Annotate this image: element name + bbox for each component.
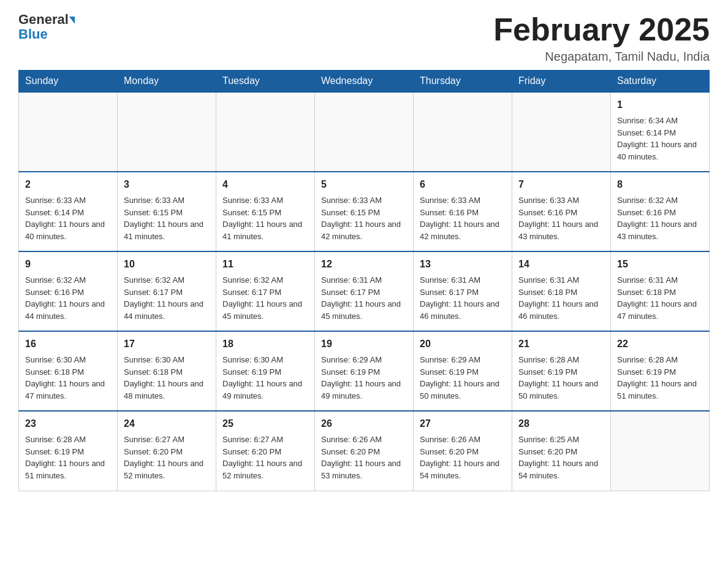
header-wednesday: Wednesday [315, 71, 414, 93]
header-sunday: Sunday [19, 71, 118, 93]
calendar-table: Sunday Monday Tuesday Wednesday Thursday… [18, 70, 710, 491]
calendar-week-row: 23Sunrise: 6:28 AMSunset: 6:19 PMDayligh… [19, 411, 710, 491]
day-number: 1 [617, 98, 703, 112]
calendar-cell: 13Sunrise: 6:31 AMSunset: 6:17 PMDayligh… [414, 251, 512, 331]
day-info: Sunrise: 6:31 AMSunset: 6:18 PMDaylight:… [518, 274, 604, 322]
header-saturday: Saturday [611, 71, 710, 93]
calendar-cell: 27Sunrise: 6:26 AMSunset: 6:20 PMDayligh… [414, 411, 512, 491]
day-info: Sunrise: 6:30 AMSunset: 6:19 PMDaylight:… [222, 354, 308, 402]
day-info: Sunrise: 6:29 AMSunset: 6:19 PMDaylight:… [420, 354, 506, 402]
calendar-cell: 5Sunrise: 6:33 AMSunset: 6:15 PMDaylight… [315, 172, 414, 251]
day-number: 7 [518, 177, 604, 192]
day-info: Sunrise: 6:32 AMSunset: 6:17 PMDaylight:… [222, 274, 308, 322]
day-number: 11 [222, 257, 308, 272]
day-number: 23 [25, 416, 111, 431]
day-info: Sunrise: 6:28 AMSunset: 6:19 PMDaylight:… [617, 354, 703, 402]
header-monday: Monday [118, 71, 216, 93]
day-number: 9 [25, 257, 111, 272]
calendar-cell: 25Sunrise: 6:27 AMSunset: 6:20 PMDayligh… [216, 411, 315, 491]
day-number: 4 [222, 177, 308, 192]
day-number: 10 [124, 257, 210, 272]
header-tuesday: Tuesday [216, 71, 315, 93]
calendar-cell [414, 92, 512, 172]
logo-blue: Blue [18, 27, 48, 42]
calendar-week-row: 2Sunrise: 6:33 AMSunset: 6:14 PMDaylight… [19, 172, 710, 251]
day-number: 21 [518, 337, 604, 351]
day-info: Sunrise: 6:33 AMSunset: 6:16 PMDaylight:… [420, 194, 506, 242]
logo: General Blue [18, 12, 75, 42]
day-number: 3 [124, 177, 210, 192]
calendar-cell [216, 92, 315, 172]
day-number: 2 [25, 177, 111, 192]
day-info: Sunrise: 6:26 AMSunset: 6:20 PMDaylight:… [420, 434, 506, 481]
day-info: Sunrise: 6:33 AMSunset: 6:15 PMDaylight:… [222, 194, 308, 242]
day-info: Sunrise: 6:33 AMSunset: 6:16 PMDaylight:… [518, 194, 604, 242]
calendar-cell [611, 411, 710, 491]
header-friday: Friday [512, 71, 611, 93]
day-info: Sunrise: 6:31 AMSunset: 6:17 PMDaylight:… [321, 274, 407, 322]
day-info: Sunrise: 6:33 AMSunset: 6:15 PMDaylight:… [321, 194, 407, 242]
calendar-cell [118, 92, 216, 172]
calendar-cell: 14Sunrise: 6:31 AMSunset: 6:18 PMDayligh… [512, 251, 611, 331]
calendar-cell: 6Sunrise: 6:33 AMSunset: 6:16 PMDaylight… [414, 172, 512, 251]
calendar-cell: 10Sunrise: 6:32 AMSunset: 6:17 PMDayligh… [118, 251, 216, 331]
day-info: Sunrise: 6:33 AMSunset: 6:14 PMDaylight:… [25, 194, 111, 242]
calendar-week-row: 1Sunrise: 6:34 AMSunset: 6:14 PMDaylight… [19, 92, 710, 172]
calendar-cell: 4Sunrise: 6:33 AMSunset: 6:15 PMDaylight… [216, 172, 315, 251]
day-number: 28 [518, 416, 604, 431]
day-info: Sunrise: 6:27 AMSunset: 6:20 PMDaylight:… [124, 434, 210, 481]
calendar-cell [19, 92, 118, 172]
day-info: Sunrise: 6:27 AMSunset: 6:20 PMDaylight:… [222, 434, 308, 481]
day-info: Sunrise: 6:34 AMSunset: 6:14 PMDaylight:… [617, 115, 703, 163]
month-title: February 2025 [493, 12, 710, 47]
day-number: 20 [420, 337, 506, 351]
day-number: 26 [321, 416, 407, 431]
day-info: Sunrise: 6:29 AMSunset: 6:19 PMDaylight:… [321, 354, 407, 402]
day-number: 16 [25, 337, 111, 351]
calendar-cell: 16Sunrise: 6:30 AMSunset: 6:18 PMDayligh… [19, 331, 118, 411]
day-number: 15 [617, 257, 703, 272]
calendar-cell: 2Sunrise: 6:33 AMSunset: 6:14 PMDaylight… [19, 172, 118, 251]
page-header: General Blue February 2025 Negapatam, Ta… [18, 12, 710, 64]
day-info: Sunrise: 6:33 AMSunset: 6:15 PMDaylight:… [124, 194, 210, 242]
day-number: 5 [321, 177, 407, 192]
day-info: Sunrise: 6:31 AMSunset: 6:18 PMDaylight:… [617, 274, 703, 322]
day-number: 22 [617, 337, 703, 351]
day-number: 12 [321, 257, 407, 272]
header-thursday: Thursday [414, 71, 512, 93]
day-number: 19 [321, 337, 407, 351]
day-info: Sunrise: 6:32 AMSunset: 6:17 PMDaylight:… [124, 274, 210, 322]
calendar-cell: 18Sunrise: 6:30 AMSunset: 6:19 PMDayligh… [216, 331, 315, 411]
day-number: 6 [420, 177, 506, 192]
weekday-header-row: Sunday Monday Tuesday Wednesday Thursday… [19, 71, 710, 93]
day-number: 8 [617, 177, 703, 192]
calendar-cell: 24Sunrise: 6:27 AMSunset: 6:20 PMDayligh… [118, 411, 216, 491]
calendar-week-row: 16Sunrise: 6:30 AMSunset: 6:18 PMDayligh… [19, 331, 710, 411]
day-info: Sunrise: 6:32 AMSunset: 6:16 PMDaylight:… [617, 194, 703, 242]
day-number: 25 [222, 416, 308, 431]
calendar-cell: 1Sunrise: 6:34 AMSunset: 6:14 PMDaylight… [611, 92, 710, 172]
calendar-cell: 21Sunrise: 6:28 AMSunset: 6:19 PMDayligh… [512, 331, 611, 411]
calendar-cell: 3Sunrise: 6:33 AMSunset: 6:15 PMDaylight… [118, 172, 216, 251]
calendar-cell: 28Sunrise: 6:25 AMSunset: 6:20 PMDayligh… [512, 411, 611, 491]
logo-text: General [18, 12, 75, 27]
day-info: Sunrise: 6:32 AMSunset: 6:16 PMDaylight:… [25, 274, 111, 322]
calendar-cell: 26Sunrise: 6:26 AMSunset: 6:20 PMDayligh… [315, 411, 414, 491]
title-area: February 2025 Negapatam, Tamil Nadu, Ind… [493, 12, 710, 64]
calendar-cell: 22Sunrise: 6:28 AMSunset: 6:19 PMDayligh… [611, 331, 710, 411]
calendar-cell [512, 92, 611, 172]
calendar-cell: 9Sunrise: 6:32 AMSunset: 6:16 PMDaylight… [19, 251, 118, 331]
calendar-cell [315, 92, 414, 172]
calendar-cell: 23Sunrise: 6:28 AMSunset: 6:19 PMDayligh… [19, 411, 118, 491]
day-number: 17 [124, 337, 210, 351]
day-number: 24 [124, 416, 210, 431]
day-info: Sunrise: 6:31 AMSunset: 6:17 PMDaylight:… [420, 274, 506, 322]
day-number: 14 [518, 257, 604, 272]
day-info: Sunrise: 6:25 AMSunset: 6:20 PMDaylight:… [518, 434, 604, 481]
day-info: Sunrise: 6:26 AMSunset: 6:20 PMDaylight:… [321, 434, 407, 481]
day-info: Sunrise: 6:28 AMSunset: 6:19 PMDaylight:… [518, 354, 604, 402]
calendar-cell: 8Sunrise: 6:32 AMSunset: 6:16 PMDaylight… [611, 172, 710, 251]
day-number: 18 [222, 337, 308, 351]
day-info: Sunrise: 6:30 AMSunset: 6:18 PMDaylight:… [25, 354, 111, 402]
calendar-cell: 12Sunrise: 6:31 AMSunset: 6:17 PMDayligh… [315, 251, 414, 331]
